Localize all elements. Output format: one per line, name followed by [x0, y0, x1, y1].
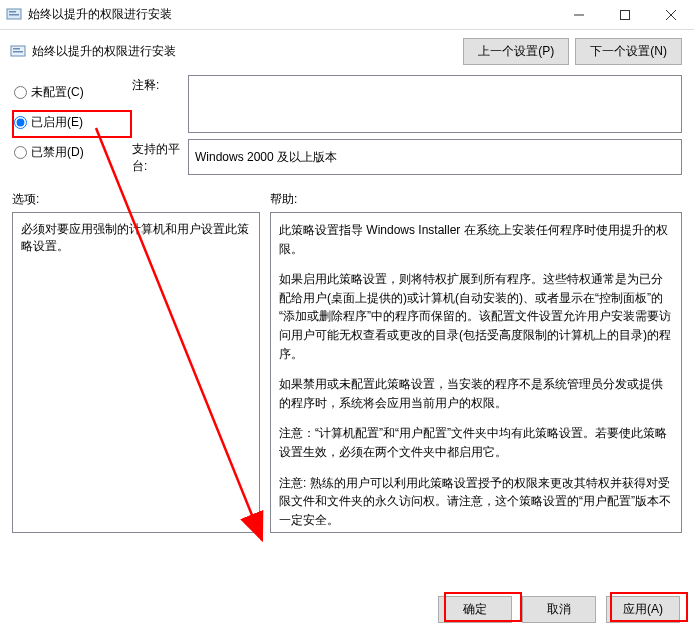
- header-row: 始终以提升的权限进行安装 上一个设置(P) 下一个设置(N): [0, 30, 694, 71]
- platform-label: 支持的平台:: [132, 139, 188, 175]
- minimize-button[interactable]: [556, 0, 602, 29]
- help-paragraph: 注意：“计算机配置”和“用户配置”文件夹中均有此策略设置。若要使此策略设置生效，…: [279, 424, 673, 461]
- svg-rect-9: [13, 51, 23, 53]
- svg-rect-2: [9, 14, 19, 16]
- help-paragraph: 如果禁用或未配置此策略设置，当安装的程序不是系统管理员分发或提供的程序时，系统将…: [279, 375, 673, 412]
- radio-label: 已启用(E): [31, 114, 83, 131]
- svg-line-6: [666, 10, 676, 20]
- radio-label: 已禁用(D): [31, 144, 84, 161]
- radio-label: 未配置(C): [31, 84, 84, 101]
- window-title: 始终以提升的权限进行安装: [28, 6, 556, 23]
- cancel-button[interactable]: 取消: [522, 596, 596, 623]
- help-label: 帮助:: [270, 191, 682, 208]
- platform-field: Windows 2000 及以上版本: [188, 139, 682, 175]
- help-paragraph: 如果启用此策略设置，则将特权扩展到所有程序。这些特权通常是为已分配给用户(桌面上…: [279, 270, 673, 363]
- next-setting-button[interactable]: 下一个设置(N): [575, 38, 682, 65]
- help-panel: 此策略设置指导 Windows Installer 在系统上安装任何程序时使用提…: [270, 212, 682, 533]
- svg-rect-8: [13, 48, 20, 50]
- policy-title: 始终以提升的权限进行安装: [32, 43, 463, 60]
- window-controls: [556, 0, 694, 29]
- titlebar: 始终以提升的权限进行安装: [0, 0, 694, 30]
- ok-button[interactable]: 确定: [438, 596, 512, 623]
- help-paragraph: 注意: 熟练的用户可以利用此策略设置授予的权限来更改其特权并获得对受限文件和文件…: [279, 474, 673, 530]
- svg-rect-1: [9, 11, 16, 13]
- apply-button[interactable]: 应用(A): [606, 596, 680, 623]
- maximize-button[interactable]: [602, 0, 648, 29]
- comment-input[interactable]: [188, 75, 682, 133]
- comment-label: 注释:: [132, 75, 188, 133]
- radio-disabled[interactable]: 已禁用(D): [14, 137, 132, 167]
- dialog-buttons: 确定 取消 应用(A): [438, 596, 680, 623]
- close-button[interactable]: [648, 0, 694, 29]
- svg-rect-4: [621, 10, 630, 19]
- options-label: 选项:: [12, 191, 260, 208]
- lower-area: 选项: 必须对要应用强制的计算机和用户设置此策略设置。 帮助: 此策略设置指导 …: [0, 185, 694, 535]
- options-text: 必须对要应用强制的计算机和用户设置此策略设置。: [21, 221, 251, 255]
- radio-group: 未配置(C) 已启用(E) 已禁用(D): [12, 75, 132, 181]
- policy-icon: [6, 7, 22, 23]
- help-paragraph: 此策略设置指导 Windows Installer 在系统上安装任何程序时使用提…: [279, 221, 673, 258]
- prev-setting-button[interactable]: 上一个设置(P): [463, 38, 569, 65]
- config-area: 未配置(C) 已启用(E) 已禁用(D) 注释: 支持的平台: Windows …: [0, 71, 694, 185]
- radio-enabled[interactable]: 已启用(E): [14, 107, 132, 137]
- options-panel: 必须对要应用强制的计算机和用户设置此策略设置。: [12, 212, 260, 533]
- svg-line-5: [666, 10, 676, 20]
- radio-not-configured[interactable]: 未配置(C): [14, 77, 132, 107]
- policy-icon: [10, 44, 26, 60]
